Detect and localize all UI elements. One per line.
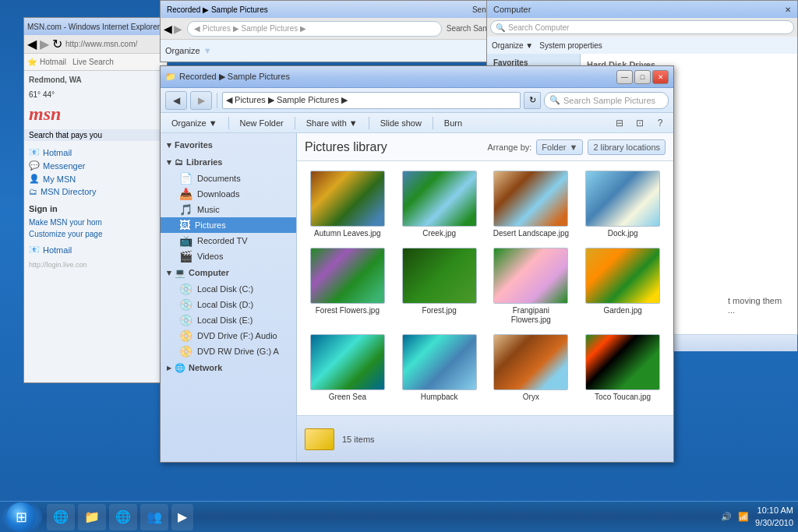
computer-header-label: Computer	[189, 268, 229, 277]
organize-menu[interactable]: Organize ▼	[165, 115, 224, 132]
sidebar-item-documents[interactable]: 📄 Documents	[161, 171, 296, 186]
music-icon: 🎵	[179, 203, 192, 216]
libraries-header-label: Libraries	[186, 157, 222, 167]
sidebar-item-recorded-tv[interactable]: 📺 Recorded TV	[161, 233, 296, 248]
thumb-item-dock[interactable]: Dock.jpg	[578, 167, 667, 241]
taskbar-item-explorer[interactable]: 📁	[78, 504, 106, 530]
sidebar-computer-header[interactable]: ▾ 💻 Computer	[161, 264, 296, 281]
new-folder-menu[interactable]: New Folder	[234, 115, 290, 132]
share-with-menu[interactable]: Share with ▼	[300, 115, 364, 132]
taskbar-item-media[interactable]: ▶	[171, 504, 193, 530]
sidebar-item-pictures[interactable]: 🖼 Pictures	[161, 217, 296, 233]
address-bar[interactable]: ◀ Pictures ▶ Sample Pictures ▶	[222, 92, 521, 109]
sidebar-network-header[interactable]: ▸ 🌐 Network	[161, 359, 296, 376]
msn-search-bar[interactable]: Search that pays you	[24, 129, 167, 141]
ie-bg-menu: Organize ▼	[161, 40, 533, 62]
ie-bg-forward[interactable]: ▶	[174, 23, 182, 35]
msn-location: Redmond, WA	[29, 76, 82, 84]
recorded-tv-label: Recorded TV	[197, 236, 248, 245]
search-bar[interactable]: 🔍 Search Sample Pictures	[544, 92, 669, 109]
thumb-item-humpback[interactable]: Humpback	[395, 331, 484, 405]
help-btn[interactable]: ?	[651, 115, 669, 131]
explorer-taskbar-icon: 📁	[84, 509, 100, 524]
folder-dropdown[interactable]: Folder ▼	[536, 139, 583, 155]
msn-mymsn-link[interactable]: 👤 My MSN	[29, 172, 162, 185]
local-disk-d-label: Local Disk (D:)	[197, 300, 253, 309]
sidebar-item-videos[interactable]: 🎬 Videos	[161, 248, 296, 264]
window-controls: — □ ✕	[616, 70, 669, 84]
msn-back-btn[interactable]: ◀	[27, 37, 37, 51]
back-button[interactable]: ◀	[165, 91, 187, 110]
msn-forward-btn[interactable]: ▶	[40, 37, 49, 51]
explorer-address-toolbar: ◀ ▶ ◀ Pictures ▶ Sample Pictures ▶ ↻ 🔍 S…	[161, 88, 673, 113]
thumb-img-creek	[402, 171, 477, 227]
maximize-button[interactable]: □	[634, 70, 651, 84]
ie-bg-back[interactable]: ◀	[164, 23, 172, 35]
thumb-item-forest-flowers[interactable]: Forest Flowers.jpg	[303, 245, 392, 328]
msn-directory-link[interactable]: 🗂 MSN Directory	[29, 185, 162, 198]
forward-button[interactable]: ▶	[190, 91, 212, 110]
thumb-label-frangipani-flowers: Frangipani Flowers.jpg	[492, 306, 570, 325]
close-button[interactable]: ✕	[652, 70, 669, 84]
thumb-item-toco-toucan[interactable]: Toco Toucan.jpg	[578, 331, 667, 405]
minimize-button[interactable]: —	[616, 70, 633, 84]
network-tray-icon[interactable]: 📶	[738, 512, 749, 522]
msn-reload-btn[interactable]: ↻	[52, 37, 62, 51]
explorer-title-area: 📁 Recorded ▶ Sample Pictures	[165, 72, 290, 82]
thumb-item-desert-landscape[interactable]: Desert Landscape.jpg	[487, 167, 576, 241]
sidebar-item-local-disk-d[interactable]: 💿 Local Disk (D:)	[161, 297, 296, 312]
sidebar-item-music[interactable]: 🎵 Music	[161, 202, 296, 217]
thumb-item-autumn-leaves[interactable]: Autumn Leaves.jpg	[303, 167, 392, 241]
taskbar-item-ie2[interactable]: 🌐	[109, 504, 137, 530]
msn-messenger-link[interactable]: 💬 Messenger	[29, 159, 162, 172]
thumb-label-oryx: Oryx	[523, 393, 539, 402]
desktop: MSN.com - Windows Internet Explorer ◀ ▶ …	[0, 0, 798, 532]
refresh-button[interactable]: ↻	[524, 92, 541, 109]
msn-make-home[interactable]: Make MSN your hom	[24, 217, 167, 228]
computer-search[interactable]: 🔍 Search Computer	[490, 20, 794, 34]
sidebar-item-downloads[interactable]: 📥 Downloads	[161, 186, 296, 202]
msn-window-background: MSN.com - Windows Internet Explorer ◀ ▶ …	[23, 17, 168, 383]
sidebar-libraries-header[interactable]: ▾ 🗂 Libraries	[161, 153, 296, 171]
slide-show-menu[interactable]: Slide show	[374, 115, 428, 132]
thumb-item-creek[interactable]: Creek.jpg	[395, 167, 484, 241]
thumb-item-forest[interactable]: Forest.jpg	[395, 245, 484, 328]
computer-organize-btn[interactable]: Organize ▼	[492, 41, 533, 50]
sidebar-item-local-disk-e[interactable]: 💿 Local Disk (E:)	[161, 312, 296, 328]
computer-system-prop[interactable]: System properties	[539, 41, 602, 50]
thumb-item-garden[interactable]: Garden.jpg	[578, 245, 667, 328]
msn-customize[interactable]: Customize your page	[24, 228, 167, 240]
thumb-item-green-sea[interactable]: Green Sea	[303, 331, 392, 405]
arrange-by-label: Arrange by:	[487, 143, 531, 152]
computer-window-controls: ✕	[785, 5, 791, 14]
ie-bg-organize[interactable]: Organize	[165, 46, 200, 55]
msn-address-display: http://www.msn.com/	[65, 40, 164, 48]
sidebar-favorites-header[interactable]: ▾ Favorites	[161, 136, 296, 153]
library-locations-button[interactable]: 2 library locations	[588, 139, 666, 155]
thumb-item-frangipani-flowers[interactable]: Frangipani Flowers.jpg	[487, 245, 576, 328]
ie-bg-address[interactable]: ◀ Pictures ▶ Sample Pictures ▶	[187, 21, 442, 37]
thumb-item-oryx[interactable]: Oryx	[487, 331, 576, 405]
sidebar-item-dvd-g[interactable]: 📀 DVD RW Drive (G:) A	[161, 344, 296, 359]
details-pane-btn[interactable]: ⊡	[631, 115, 648, 131]
msn-sign-in[interactable]: Sign in	[24, 201, 167, 217]
computer-close-btn[interactable]: ✕	[785, 5, 791, 14]
start-button[interactable]	[0, 502, 42, 533]
taskbar-item-ie[interactable]: 🌐	[47, 504, 75, 530]
thumb-label-autumn-leaves: Autumn Leaves.jpg	[314, 229, 381, 238]
volume-icon[interactable]: 🔊	[721, 512, 732, 522]
view-toggle-btn[interactable]: ⊟	[611, 115, 628, 131]
taskbar-items: 🌐 📁 🌐 👥 ▶	[45, 502, 721, 532]
ie-bg-nav: ◀ ▶ ◀ Pictures ▶ Sample Pictures ▶ Searc…	[161, 18, 533, 40]
recorded-tv-icon: 📺	[179, 234, 192, 247]
sidebar-item-local-disk-c[interactable]: 💿 Local Disk (C:)	[161, 281, 296, 297]
burn-menu[interactable]: Burn	[438, 115, 468, 132]
thumb-img-oryx	[493, 334, 568, 390]
msn-hotmail-link[interactable]: 📧 Hotmail	[29, 146, 162, 159]
explorer-titlebar: 📁 Recorded ▶ Sample Pictures — □ ✕	[161, 66, 673, 88]
sidebar-item-dvd-f[interactable]: 📀 DVD Drive (F:) Audio	[161, 328, 296, 344]
explorer-title-text-label: Recorded ▶ Sample Pictures	[179, 72, 290, 82]
disk-c-icon: 💿	[179, 283, 192, 295]
taskbar-item-users[interactable]: 👥	[140, 504, 168, 530]
msn-hotmail-bottom[interactable]: 📧 Hotmail	[29, 245, 162, 255]
